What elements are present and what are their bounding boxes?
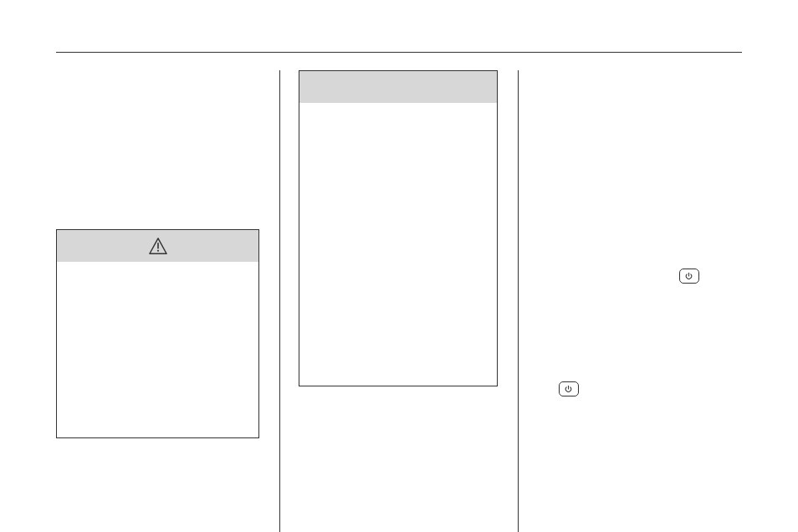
info-box bbox=[299, 70, 497, 386]
power-icon bbox=[679, 269, 699, 284]
column-1 bbox=[56, 70, 266, 532]
column-2 bbox=[294, 70, 504, 532]
column-3 bbox=[532, 70, 742, 532]
column-container bbox=[56, 70, 742, 532]
warning-box bbox=[56, 229, 259, 438]
column-divider bbox=[518, 70, 519, 532]
info-box-body bbox=[299, 103, 496, 386]
warning-box-body bbox=[57, 262, 258, 437]
warning-box-header bbox=[57, 230, 258, 262]
warning-triangle-icon bbox=[149, 238, 167, 254]
svg-point-1 bbox=[157, 250, 159, 252]
power-icon bbox=[559, 381, 579, 396]
horizontal-rule bbox=[56, 52, 742, 53]
column-divider bbox=[279, 70, 280, 532]
info-box-header bbox=[299, 71, 496, 103]
